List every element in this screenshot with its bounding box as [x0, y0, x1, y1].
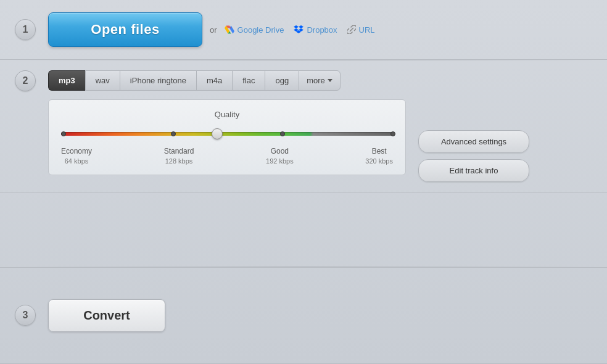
slider-dot-best [390, 131, 395, 136]
slider-dot-economy [61, 131, 66, 136]
open-files-button[interactable]: Open files [48, 12, 202, 47]
slider-track [61, 132, 393, 136]
tab-more[interactable]: more [299, 70, 341, 91]
advanced-settings-button[interactable]: Advanced settings [418, 130, 529, 153]
dropbox-link[interactable]: Dropbox [294, 25, 337, 35]
slider-thumb[interactable] [212, 128, 223, 139]
dropbox-icon [294, 25, 304, 34]
quality-standard: Standard 128 kbps [164, 146, 194, 166]
section-1: 1 Open files or Google Drive [0, 0, 607, 60]
section-2-content: mp3 wav iPhone ringtone m4a flac ogg mor… [48, 70, 592, 182]
tab-m4a[interactable]: m4a [196, 70, 232, 91]
tab-more-label: more [307, 76, 325, 85]
url-label: URL [359, 25, 375, 35]
quality-good-name: Good [266, 146, 294, 157]
url-link[interactable]: URL [347, 25, 375, 35]
svg-marker-5 [299, 25, 304, 28]
section-2: 2 mp3 wav iPhone ringtone m4a flac ogg m… [0, 60, 607, 192]
quality-title: Quality [61, 110, 393, 119]
quality-best-kbps: 320 kbps [365, 157, 393, 166]
tab-mp3[interactable]: mp3 [48, 70, 85, 91]
quality-best-name: Best [365, 146, 393, 157]
quality-standard-name: Standard [164, 146, 194, 157]
format-tabs: mp3 wav iPhone ringtone m4a flac ogg mor… [48, 70, 592, 91]
slider-dot-standard [171, 131, 176, 136]
quality-labels: Economy 64 kbps Standard 128 kbps Good 1… [61, 146, 393, 166]
svg-marker-4 [294, 25, 299, 28]
google-drive-link[interactable]: Google Drive [225, 25, 284, 35]
tab-iphone-ringtone[interactable]: iPhone ringtone [120, 70, 196, 91]
quality-slider-container [61, 128, 393, 140]
quality-good-kbps: 192 kbps [266, 157, 294, 166]
google-drive-label: Google Drive [237, 25, 284, 35]
slider-dot-good [280, 131, 285, 136]
main-container: 1 Open files or Google Drive [0, 0, 607, 364]
tab-ogg[interactable]: ogg [265, 70, 299, 91]
url-icon [347, 25, 356, 34]
edit-track-info-button[interactable]: Edit track info [418, 159, 529, 182]
step-1-circle: 1 [15, 19, 36, 40]
quality-best: Best 320 kbps [365, 146, 393, 166]
quality-panel: Quality Economy 64 kbps [48, 99, 406, 175]
step-2-circle: 2 [15, 70, 36, 91]
quality-economy: Economy 64 kbps [61, 146, 92, 166]
spacer [0, 192, 607, 267]
google-drive-icon [225, 25, 234, 34]
quality-standard-kbps: 128 kbps [164, 157, 194, 166]
quality-good: Good 192 kbps [266, 146, 294, 166]
dropbox-label: Dropbox [307, 25, 337, 35]
convert-button[interactable]: Convert [48, 299, 165, 332]
step-3-circle: 3 [15, 305, 36, 326]
tab-wav[interactable]: wav [85, 70, 120, 91]
side-buttons: Advanced settings Edit track info [418, 99, 529, 182]
quality-economy-kbps: 64 kbps [61, 157, 92, 166]
cloud-links: Google Drive Dropbox [225, 25, 375, 35]
tab-flac[interactable]: flac [232, 70, 265, 91]
or-text: or [210, 25, 217, 35]
chevron-down-icon [328, 79, 332, 82]
quality-economy-name: Economy [61, 146, 92, 157]
section-3: 3 Convert [0, 267, 607, 365]
